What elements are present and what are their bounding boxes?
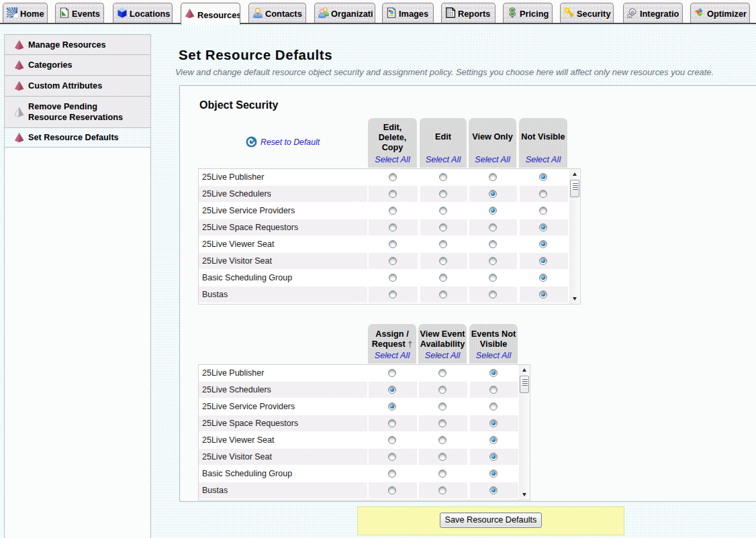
svg-text:$: $	[510, 7, 516, 18]
